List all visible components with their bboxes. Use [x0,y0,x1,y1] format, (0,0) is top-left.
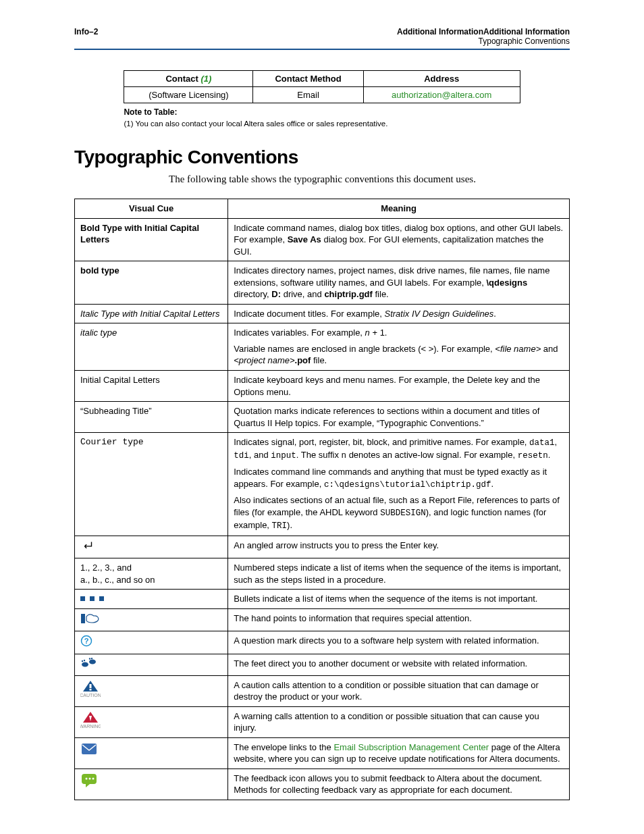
svg-rect-3 [81,614,85,623]
svg-point-7 [89,659,96,664]
section-heading: Typographic Conventions [74,147,570,168]
table-row: The envelope links to the Email Subscrip… [75,737,570,768]
header-title: Additional InformationAdditional Informa… [397,27,570,36]
svg-point-9 [84,660,85,661]
cue-cell: Courier type [75,433,228,536]
table-row: Italic Type with Initial Capital Letters… [75,304,570,323]
address-cell[interactable]: authorization@altera.com [363,87,520,103]
meaning-cell: Numbered steps indicate a list of items … [228,558,570,590]
meaning-cell: Indicate keyboard keys and menu names. F… [228,371,570,402]
header-page-number: Info–2 [74,27,98,46]
cue-cell: Initial Capital Letters [75,371,228,402]
method-cell: Email [253,87,363,103]
table-row: ? A question mark directs you to a softw… [75,631,570,654]
cue-cell: WARNING [75,706,228,737]
meaning-cell: Indicates signal, port, register, bit, b… [228,433,570,536]
caution-icon: CAUTION [80,679,101,698]
table-row: The feet direct you to another document … [75,654,570,675]
meaning-cell: A question mark directs you to a softwar… [228,631,570,654]
table-row: Initial Capital Letters Indicate keyboar… [75,371,570,402]
meaning-cell: The hand points to information that requ… [228,608,570,631]
cue-cell [75,536,228,558]
svg-rect-0 [80,596,85,601]
svg-text:CAUTION: CAUTION [80,693,101,698]
table-row: (Software Licensing) Email authorization… [124,87,520,103]
contact-cell: (Software Licensing) [124,87,253,103]
svg-point-19 [89,777,91,779]
visual-cue-header: Visual Cue [75,199,228,219]
table-row: 1., 2., 3., anda., b., c., and so on Num… [75,558,570,590]
table-row: Courier type Indicates signal, port, reg… [75,433,570,536]
meaning-cell: The feet direct you to another document … [228,654,570,675]
svg-point-18 [86,777,88,779]
table-row: “Subheading Title” Quotation marks indic… [75,402,570,433]
meaning-header: Meaning [228,199,570,219]
meaning-cell: An angled arrow instructs you to press t… [228,536,570,558]
svg-point-8 [82,660,83,662]
cue-cell [75,768,228,800]
svg-rect-2 [99,596,104,601]
note-item: (1) You can also contact your local Alte… [124,120,520,128]
svg-text:WARNING: WARNING [80,724,101,729]
cue-cell [75,608,228,631]
svg-rect-12 [90,684,92,688]
table-row: An angled arrow instructs you to press t… [75,536,570,558]
meaning-cell: Indicates variables. For example, n + 1.… [228,323,570,371]
enter-arrow-icon [80,540,95,552]
note-title: Note to Table: [124,107,520,117]
cue-cell: italic type [75,323,228,371]
table-note: Note to Table: (1) You can also contact … [124,107,520,128]
page-header: Info–2 Additional InformationAdditional … [74,27,570,50]
svg-rect-13 [90,689,92,691]
svg-point-20 [92,777,95,779]
cue-cell [75,654,228,675]
cue-cell [75,590,228,609]
cue-cell: Bold Type with Initial Capital Letters [75,218,228,261]
svg-rect-16 [82,744,97,754]
header-right: Additional InformationAdditional Informa… [397,27,570,46]
meaning-cell: Quotation marks indicate references to s… [228,402,570,433]
cue-cell [75,737,228,768]
table-row: italic type Indicates variables. For exa… [75,323,570,371]
cue-cell: Italic Type with Initial Capital Letters [75,304,228,323]
meaning-cell: A caution calls attention to a condition… [228,675,570,706]
question-mark-icon: ? [80,635,92,647]
address-col-header: Address [363,71,520,87]
table-row: Bullets indicate a list of items when th… [75,590,570,609]
table-row: The hand points to information that requ… [75,608,570,631]
header-subtitle: Typographic Conventions [397,36,570,46]
warning-icon: WARNING [80,710,101,729]
meaning-cell: Indicates directory names, project names… [228,261,570,305]
meaning-cell: Indicate command names, dialog box title… [228,218,570,261]
meaning-cell: The feedback icon allows you to submit f… [228,768,570,800]
method-col-header: Contact Method [253,71,363,87]
table-row: WARNING A warning calls attention to a c… [75,706,570,737]
feet-icon [80,658,98,669]
table-row: bold type Indicates directory names, pro… [75,261,570,305]
table-row: The feedback icon allows you to submit f… [75,768,570,800]
conventions-table: Visual Cue Meaning Bold Type with Initia… [74,199,570,800]
cue-cell: bold type [75,261,228,305]
meaning-cell: The envelope links to the Email Subscrip… [228,737,570,768]
hand-pointer-icon [80,613,101,625]
cue-cell: “Subheading Title” [75,402,228,433]
svg-rect-1 [90,596,95,601]
contact-table: Contact (1) Contact Method Address (Soft… [124,70,520,103]
svg-point-11 [91,658,92,659]
cue-cell: 1., 2., 3., anda., b., c., and so on [75,558,228,590]
cue-cell: ? [75,631,228,654]
table-row: Bold Type with Initial Capital Letters I… [75,218,570,261]
subscription-link[interactable]: Email Subscription Management Center [333,742,489,752]
cue-cell: CAUTION [75,675,228,706]
envelope-icon [80,741,98,756]
svg-text:?: ? [84,637,89,645]
meaning-cell: A warning calls attention to a condition… [228,706,570,737]
bullets-icon [80,595,110,602]
svg-point-6 [82,662,88,667]
feedback-icon [80,773,98,789]
table-row: CAUTION A caution calls attention to a c… [75,675,570,706]
contact-col-header: Contact (1) [124,71,253,87]
meaning-cell: Indicate document titles. For example, S… [228,304,570,323]
svg-point-10 [89,658,90,659]
section-intro: The following table shows the typographi… [169,174,570,185]
